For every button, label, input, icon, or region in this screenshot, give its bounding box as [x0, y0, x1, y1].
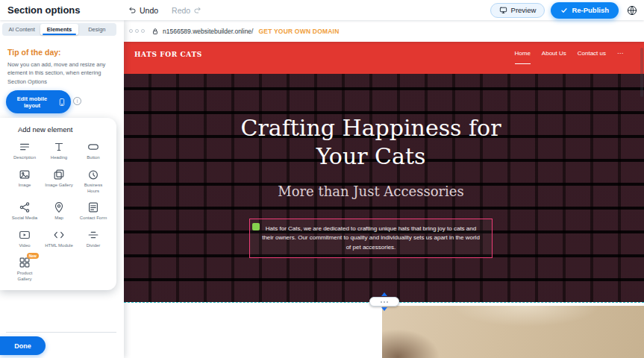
business-hours-icon — [87, 168, 100, 181]
hero-subheading[interactable]: More than Just Accessories — [278, 183, 464, 199]
phone-icon — [57, 98, 66, 107]
hero-content: Crafting Happiness for Your Cats More th… — [124, 74, 644, 302]
add-panel-title: Add new element — [0, 118, 116, 134]
info-icon[interactable]: i — [73, 97, 81, 105]
nav-item-label: Home — [515, 50, 531, 57]
hero-section[interactable]: Crafting Happiness for Your Cats More th… — [124, 74, 644, 302]
nav-item[interactable]: ⋯ — [617, 50, 623, 57]
image-icon — [18, 168, 31, 181]
html-module-icon — [52, 228, 66, 242]
add-element-item[interactable]: Video — [7, 228, 42, 249]
element-grid: Description Heading Button — [0, 134, 116, 283]
republish-label: Re-Publish — [572, 6, 609, 14]
get-domain-link[interactable]: GET YOUR OWN DOMAIN — [258, 28, 339, 35]
window-controls — [129, 29, 145, 33]
map-icon — [52, 201, 66, 214]
sidebar-tab[interactable]: Design — [78, 24, 116, 35]
undo-button[interactable]: Undo — [128, 6, 158, 15]
site-nav: Home About Us Contact us ⋯ — [515, 50, 624, 57]
add-element-item[interactable]: Heading — [42, 140, 76, 161]
topbar-actions: Preview Re-Publish — [490, 0, 640, 20]
undo-label: Undo — [140, 6, 158, 15]
app-window: Section options Undo Redo Preview Re-Pub… — [0, 0, 644, 358]
undo-icon — [128, 6, 137, 14]
preview-button[interactable]: Preview — [490, 3, 545, 18]
nav-item-label: ⋯ — [617, 50, 623, 57]
element-label: Heading — [51, 155, 67, 161]
element-label: Image — [19, 183, 31, 189]
image-gallery-icon — [52, 168, 66, 181]
sidebar-tab[interactable]: Elements — [40, 24, 78, 35]
lock-icon — [151, 28, 159, 35]
element-label: Image Gallery — [45, 183, 72, 189]
add-element-item[interactable]: Image — [7, 168, 42, 195]
add-element-item[interactable]: Business Hours — [76, 168, 110, 195]
redo-button[interactable]: Redo — [172, 6, 201, 15]
add-element-item[interactable]: Product Gallery New — [7, 256, 42, 283]
site-header: HATS FOR CATS Home About Us Contact us — [124, 42, 644, 74]
window-dot — [135, 29, 139, 33]
edit-mobile-layout-button[interactable]: Edit mobile layout — [6, 90, 71, 113]
social-media-icon — [18, 201, 31, 214]
add-element-item[interactable]: HTML Module — [42, 228, 76, 249]
hero-heading[interactable]: Crafting Happiness for Your Cats — [229, 114, 513, 170]
language-globe-button[interactable] — [625, 3, 640, 18]
add-element-item[interactable]: Image Gallery — [42, 168, 76, 195]
hero-text-box[interactable]: Hats for Cats, we are dedicated to craft… — [249, 219, 493, 258]
done-button[interactable]: Done — [0, 336, 46, 355]
add-element-item[interactable]: Social Media — [7, 201, 42, 222]
hero-body-text: Hats for Cats, we are dedicated to craft… — [262, 225, 480, 251]
video-icon — [18, 228, 31, 242]
site-preview: HATS FOR CATS Home About Us Contact us — [124, 42, 644, 358]
republish-button[interactable]: Re-Publish — [551, 2, 619, 19]
tip-of-the-day: Tip of the day: Now you can add, move an… — [7, 48, 112, 86]
window-dot — [141, 29, 145, 33]
carpet-photo — [382, 306, 644, 358]
element-label: Product Gallery — [10, 271, 40, 283]
browser-bar: n1566589.websitebuilder.online/ GET YOUR… — [124, 20, 644, 42]
sidebar: AI Content Elements Design Tip of the da… — [0, 20, 124, 358]
section-resize-handle[interactable] — [369, 292, 399, 311]
edit-mobile-label: Edit mobile layout — [10, 95, 54, 109]
tip-body: Now you can add, move and resize any ele… — [7, 60, 112, 86]
nav-item[interactable]: Home — [515, 50, 531, 57]
element-label: Divider — [87, 243, 101, 249]
element-label: Business Hours — [78, 183, 108, 195]
preview-label: Preview — [511, 6, 537, 14]
element-label: Contact Form — [80, 216, 107, 222]
new-badge: New — [27, 253, 39, 259]
contact-form-icon — [87, 201, 100, 214]
redo-label: Redo — [172, 6, 190, 15]
resize-grip — [369, 297, 399, 307]
site-logo[interactable]: HATS FOR CATS — [134, 51, 202, 58]
sidebar-tab[interactable]: AI Content — [3, 24, 40, 35]
element-label: Button — [87, 155, 99, 161]
nav-item[interactable]: About Us — [542, 50, 566, 57]
nav-item-label: Contact us — [578, 50, 606, 57]
globe-icon — [625, 4, 640, 16]
monitor-icon — [499, 6, 507, 14]
button-icon — [87, 140, 100, 154]
sidebar-divider — [6, 332, 116, 333]
element-label: HTML Module — [45, 243, 72, 249]
arrow-down-icon — [381, 307, 387, 311]
add-element-item[interactable]: Button — [76, 140, 110, 161]
description-icon — [18, 140, 31, 154]
window-dot — [129, 29, 133, 33]
topbar: Section options Undo Redo Preview Re-Pub… — [0, 0, 644, 20]
add-element-item[interactable]: Contact Form — [76, 201, 110, 222]
sidebar-tab-label: Elements — [47, 26, 72, 33]
element-label: Video — [19, 243, 30, 249]
add-element-item[interactable]: Description — [7, 140, 42, 161]
nav-item[interactable]: Contact us — [578, 50, 606, 57]
element-drag-handle[interactable] — [252, 223, 260, 230]
element-label: Map — [54, 216, 63, 222]
scrollbar-thumb[interactable] — [640, 48, 643, 97]
element-label: Social Media — [12, 216, 37, 222]
add-element-item[interactable]: Map — [42, 201, 76, 222]
page-title: Section options — [7, 4, 81, 16]
add-element-panel: Add new element Description Heading — [0, 118, 116, 290]
divider-icon — [87, 228, 100, 242]
tip-title: Tip of the day: — [7, 48, 112, 57]
add-element-item[interactable]: Divider — [76, 228, 110, 249]
